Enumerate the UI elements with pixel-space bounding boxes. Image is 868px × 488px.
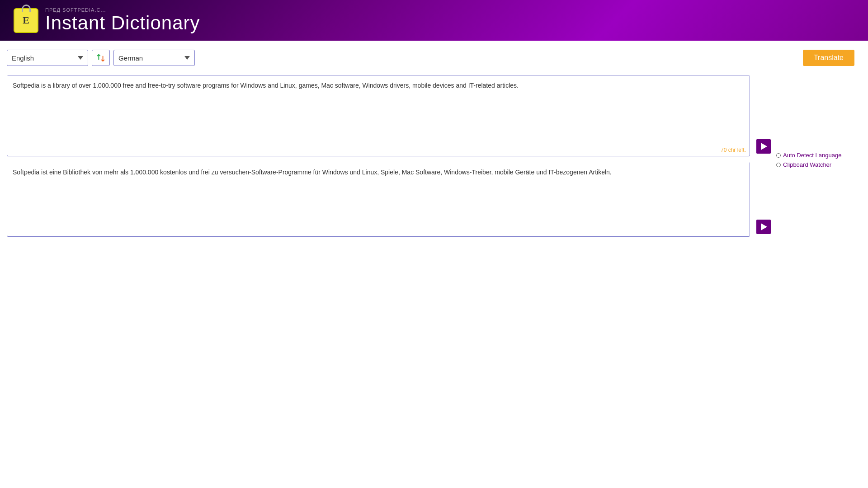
- toolbar-row: English German French Spanish Italian Ge…: [7, 50, 861, 66]
- input-panel-footer: 70 chr left.: [7, 145, 750, 156]
- translated-text-output[interactable]: Softpedia ist eine Bibliothek von mehr a…: [7, 162, 750, 230]
- input-panel-side: [753, 75, 771, 156]
- app-header: E ПРЕД softpedia.c... Instant Dictionary: [0, 0, 868, 41]
- swap-languages-button[interactable]: [92, 50, 110, 66]
- source-text-input[interactable]: Softpedia is a library of over 1.000.000…: [7, 75, 750, 143]
- lock-icon: [22, 5, 31, 12]
- char-count: 70 chr left.: [721, 147, 746, 153]
- logo-letter: E: [23, 14, 29, 26]
- swap-icon: [96, 53, 106, 63]
- app-logo: E: [14, 8, 38, 33]
- output-panel-footer: [7, 232, 750, 236]
- clipboard-watcher-dot: [776, 163, 781, 167]
- input-panel-wrapper: Softpedia is a library of over 1.000.000…: [7, 75, 771, 156]
- translate-button[interactable]: Translate: [803, 50, 854, 66]
- app-title: Instant Dictionary: [45, 13, 200, 33]
- side-options-panel: Auto Detect Language Clipboard Watcher: [771, 75, 861, 237]
- auto-detect-option: Auto Detect Language: [776, 152, 856, 159]
- clipboard-watcher-option: Clipboard Watcher: [776, 161, 856, 168]
- play-icon: [761, 143, 767, 150]
- output-panel-wrapper: Softpedia ist eine Bibliothek von mehr a…: [7, 162, 771, 237]
- auto-detect-link[interactable]: Auto Detect Language: [783, 152, 841, 159]
- target-language-select[interactable]: German English French Spanish Italian: [113, 50, 195, 66]
- text-panels: Softpedia is a library of over 1.000.000…: [7, 75, 771, 237]
- text-section: Softpedia is a library of over 1.000.000…: [7, 75, 861, 237]
- source-language-select[interactable]: English German French Spanish Italian: [7, 50, 88, 66]
- play-icon-output: [761, 223, 767, 230]
- clipboard-watcher-link[interactable]: Clipboard Watcher: [783, 161, 831, 168]
- output-panel: Softpedia ist eine Bibliothek von mehr a…: [7, 162, 750, 237]
- input-play-button[interactable]: [756, 139, 771, 154]
- output-panel-side: [753, 162, 771, 237]
- main-content: English German French Spanish Italian Ge…: [0, 41, 868, 246]
- auto-detect-dot: [776, 153, 781, 158]
- output-play-button[interactable]: [756, 220, 771, 234]
- input-panel: Softpedia is a library of over 1.000.000…: [7, 75, 750, 156]
- header-text-group: ПРЕД softpedia.c... Instant Dictionary: [45, 7, 200, 33]
